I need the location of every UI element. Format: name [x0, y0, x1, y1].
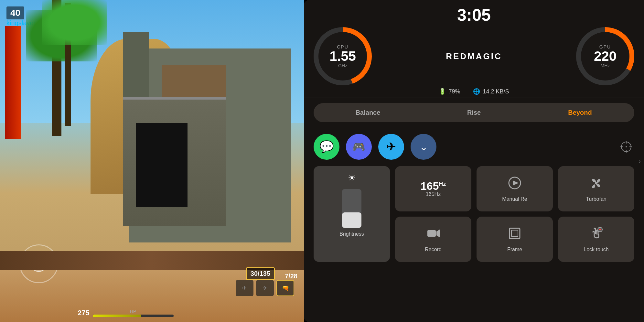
chevron-down-icon: ⌄ — [420, 141, 428, 153]
turbofan-label: Turbofan — [586, 196, 606, 202]
cpu-ring: CPU 1.55 GHz — [314, 27, 372, 85]
svg-rect-11 — [510, 228, 520, 239]
turbofan-icon — [589, 176, 603, 193]
lock-touch-icon — [589, 226, 603, 243]
svg-rect-12 — [511, 230, 518, 237]
cpu-inner: CPU 1.55 GHz — [318, 32, 367, 80]
hp-number: 275 — [78, 309, 90, 317]
telegram-symbol: ✈ — [386, 140, 396, 154]
crosshair-icon[interactable] — [618, 139, 634, 155]
red-flag — [5, 26, 21, 139]
battery-icon: 🔋 — [439, 88, 446, 95]
time-display: 3:05 — [457, 5, 491, 24]
manual-record-icon — [508, 176, 522, 193]
hp-label: HP — [93, 309, 174, 314]
hz-unit-label: Hz — [439, 181, 446, 187]
frame-icon — [508, 226, 522, 243]
gpu-inner: GPU 220 MHz — [581, 32, 629, 80]
cpu-gauge: CPU 1.55 GHz — [314, 27, 372, 85]
frame-svg — [508, 226, 522, 241]
record-icon — [426, 226, 440, 243]
network-value: 14.2 KB/S — [483, 88, 509, 95]
gpu-value: 220 — [594, 49, 617, 63]
hp-container: 275 HP — [78, 309, 174, 317]
brightness-label: Brightness — [339, 231, 364, 237]
hp-bar — [93, 315, 174, 317]
fan-svg — [589, 176, 603, 190]
brightness-slider[interactable] — [342, 189, 361, 228]
app-icons-row: 💬 🎮 ✈ ⌄ — [304, 127, 644, 166]
control-grid: ☀ Brightness 165Hz 165Hz Manual Re — [304, 166, 644, 268]
hp-fill — [93, 315, 141, 317]
svg-point-5 — [626, 146, 627, 147]
turbofan-control[interactable]: Turbofan — [558, 166, 634, 211]
ammo-display: 30/135 — [246, 267, 275, 280]
mode-rise[interactable]: Rise — [421, 104, 527, 121]
weapon-slot-1[interactable]: ✈ — [236, 280, 253, 296]
cpu-value: 1.55 — [329, 49, 356, 63]
more-icon[interactable]: ⌄ — [411, 134, 436, 160]
brightness-fill — [342, 212, 361, 228]
weapon-slots: ✈ ✈ 🔫 — [236, 280, 294, 296]
hz-label: 165Hz — [426, 191, 441, 197]
palm-leaves-2 — [42, 0, 107, 45]
gpu-gauge: GPU 220 MHz — [576, 27, 634, 85]
frame-label: Frame — [507, 247, 522, 252]
mode-balance[interactable]: Balance — [315, 104, 421, 121]
record-label: Record — [425, 247, 442, 252]
weapon-slot-3[interactable]: 🔫 — [276, 280, 294, 296]
mode-beyond[interactable]: Beyond — [527, 104, 633, 121]
svg-marker-7 — [513, 180, 519, 186]
record-svg — [508, 176, 522, 190]
gate-opening — [136, 123, 188, 207]
logo-text: REDMAGIC — [446, 51, 502, 61]
network-stat: 🌐 14.2 KB/S — [473, 88, 509, 95]
hz-control[interactable]: 165Hz 165Hz — [395, 166, 471, 211]
scroll-indicator: › — [639, 157, 641, 165]
whatsapp-symbol: 💬 — [319, 140, 334, 154]
brightness-sun-icon: ☀ — [348, 173, 356, 183]
hz-number: 165 — [421, 180, 439, 192]
manual-record-control[interactable]: Manual Re — [477, 166, 553, 211]
whatsapp-icon[interactable]: 💬 — [314, 134, 339, 160]
telegram-icon[interactable]: ✈ — [378, 134, 404, 160]
brightness-control[interactable]: ☀ Brightness — [314, 166, 390, 262]
hz-value-display: 165Hz — [421, 180, 446, 191]
time-row: 3:05 — [304, 0, 644, 27]
gpu-ring: GPU 220 MHz — [576, 27, 634, 85]
discord-icon[interactable]: 🎮 — [346, 134, 372, 160]
svg-point-8 — [595, 182, 597, 184]
network-icon: 🌐 — [473, 88, 480, 95]
hand-svg — [589, 226, 603, 241]
record-control[interactable]: Record — [395, 217, 471, 262]
gauges-row: CPU 1.55 GHz REDMAGIC GPU 220 MHz — [304, 27, 644, 85]
crosshair-svg — [620, 140, 633, 153]
svg-marker-10 — [436, 230, 440, 237]
video-svg — [426, 226, 440, 241]
weapon-slot-2[interactable]: ✈ — [256, 280, 274, 296]
battery-value: 79% — [448, 88, 460, 95]
mode-selector: Balance Rise Beyond — [314, 103, 634, 122]
manual-record-label: Manual Re — [502, 196, 527, 202]
gpu-unit: MHz — [601, 63, 610, 68]
redmagic-logo: REDMAGIC — [446, 51, 502, 61]
battery-stat: 🔋 79% — [439, 88, 460, 95]
building-roof-1 — [123, 32, 149, 97]
player-score: 40 — [6, 6, 24, 19]
frame-control[interactable]: Frame — [477, 217, 553, 262]
hp-bar-wrapper: HP — [93, 309, 174, 317]
svg-rect-9 — [427, 230, 436, 237]
discord-symbol: 🎮 — [352, 141, 365, 153]
lock-touch-label: Lock touch — [584, 247, 608, 252]
extra-ammo: 7/28 — [285, 273, 297, 280]
game-background: 40 kingslayer777 ✈ ✈ 🔫 30/135 7/28 275 H… — [0, 0, 304, 322]
overlay-panel: 3:05 CPU 1.55 GHz REDMAGIC GPU 220 — [304, 0, 644, 322]
cpu-unit: GHz — [338, 63, 347, 68]
stats-row: 🔋 79% 🌐 14.2 KB/S — [304, 85, 644, 98]
lock-touch-control[interactable]: Lock touch — [558, 217, 634, 262]
